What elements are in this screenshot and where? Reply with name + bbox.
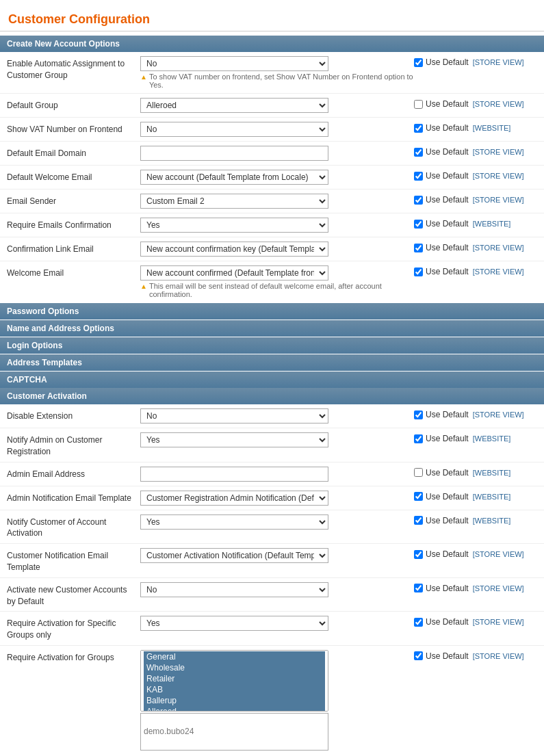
- checkbox-show-vat[interactable]: [414, 124, 423, 133]
- checkbox-notify-customer[interactable]: [414, 516, 423, 525]
- use-default-admin-email: Use Default [WEBSITE]: [414, 467, 537, 478]
- select-activate-default[interactable]: NoYes: [140, 582, 328, 597]
- checkbox-notify-admin[interactable]: [414, 434, 423, 443]
- checkbox-req-confirmation[interactable]: [414, 220, 423, 229]
- checkbox-disable-ext[interactable]: [414, 410, 423, 419]
- login-options-header[interactable]: Login Options: [0, 337, 544, 354]
- scope-welcome-confirmed[interactable]: [STORE VIEW]: [473, 268, 524, 276]
- form-row-confirm-link: Confirmation Link Email New account conf…: [0, 237, 544, 261]
- form-row-show-vat: Show VAT Number on Frontend NoYes Use De…: [0, 118, 544, 142]
- label-ud-customer-notif: Use Default: [426, 549, 469, 559]
- input-demo-bubo24[interactable]: [140, 713, 328, 751]
- select-req-specific-groups[interactable]: YesNo: [140, 616, 328, 631]
- form-row-auto-assign: Enable Automatic Assignment to Customer …: [0, 52, 544, 94]
- triangle-icon-2: ▲: [140, 283, 147, 290]
- customer-activation-header[interactable]: Customer Activation: [0, 388, 544, 404]
- checkbox-admin-email[interactable]: [414, 468, 423, 477]
- scope-notify-admin[interactable]: [WEBSITE]: [473, 434, 511, 443]
- select-welcome-confirmed[interactable]: New account confirmed (Default Template …: [140, 265, 328, 281]
- scope-welcome-email[interactable]: [STORE VIEW]: [473, 172, 524, 180]
- select-email-sender[interactable]: Custom Email 2: [140, 194, 328, 209]
- use-default-req-groups: Use Default [STORE VIEW]: [414, 650, 537, 661]
- checkbox-default-group[interactable]: [414, 100, 423, 109]
- label-use-default-5: Use Default: [426, 171, 469, 181]
- label-ud-req-groups: Use Default: [426, 651, 469, 661]
- checkbox-welcome-confirmed[interactable]: [414, 268, 423, 276]
- select-show-vat[interactable]: NoYes: [140, 122, 328, 137]
- input-admin-email[interactable]: webmaster@bubo24.dk: [140, 467, 328, 482]
- select-admin-notif-template[interactable]: Customer Registration Admin Notification…: [140, 491, 328, 506]
- create-account-section-header[interactable]: Create New Account Options: [0, 36, 544, 52]
- control-admin-notif-template: Customer Registration Admin Notification…: [140, 491, 414, 506]
- use-default-welcome-email: Use Default [STORE VIEW]: [414, 170, 537, 181]
- control-email-domain: bubo24.dk: [140, 146, 414, 161]
- select-notify-customer[interactable]: YesNo: [140, 514, 328, 530]
- use-default-customer-notif-template: Use Default [STORE VIEW]: [414, 548, 537, 559]
- form-row-customer-notif-template: Customer Notification Email Template Cus…: [0, 544, 544, 578]
- checkbox-email-sender[interactable]: [414, 196, 423, 205]
- checkbox-req-specific-groups[interactable]: [414, 618, 423, 627]
- form-row-req-specific-groups: Require Activation for Specific Groups o…: [0, 612, 544, 646]
- control-admin-email: webmaster@bubo24.dk: [140, 467, 414, 482]
- multiselect-req-groups[interactable]: General Wholesale Retailer KAB Ballerup …: [140, 650, 328, 712]
- form-row-activate-default: Activate new Customer Accounts by Defaul…: [0, 578, 544, 612]
- use-default-default-group: Use Default [STORE VIEW]: [414, 98, 537, 109]
- label-req-specific-groups: Require Activation for Specific Groups o…: [7, 616, 140, 641]
- checkbox-req-groups[interactable]: [414, 651, 423, 660]
- checkbox-auto-assign[interactable]: [414, 58, 423, 67]
- form-row-disable-ext: Disable Extension NoYes Use Default [STO…: [0, 404, 544, 428]
- label-email-sender: Email Sender: [7, 194, 140, 207]
- checkbox-welcome-email[interactable]: [414, 172, 423, 181]
- name-address-options-header[interactable]: Name and Address Options: [0, 320, 544, 337]
- form-row-req-confirmation: Require Emails Confirmation YesNo Use De…: [0, 213, 544, 237]
- label-email-domain: Default Email Domain: [7, 146, 140, 159]
- scope-req-groups[interactable]: [STORE VIEW]: [473, 652, 524, 660]
- use-default-confirm-link: Use Default [STORE VIEW]: [414, 242, 537, 252]
- input-email-domain[interactable]: bubo24.dk: [140, 146, 328, 161]
- scope-customer-notif-template[interactable]: [STORE VIEW]: [473, 550, 524, 558]
- scope-default-group[interactable]: [STORE VIEW]: [473, 100, 524, 108]
- label-ud-activate-default: Use Default: [426, 584, 469, 593]
- select-auto-assign[interactable]: NoYes: [140, 56, 328, 71]
- checkbox-customer-notif-template[interactable]: [414, 550, 423, 559]
- scope-activate-default[interactable]: [STORE VIEW]: [473, 584, 524, 592]
- checkbox-activate-default[interactable]: [414, 584, 423, 592]
- scope-email-sender[interactable]: [STORE VIEW]: [473, 196, 524, 204]
- use-default-req-specific-groups: Use Default [STORE VIEW]: [414, 616, 537, 627]
- select-confirm-link[interactable]: New account confirmation key (Default Te…: [140, 242, 328, 257]
- label-use-default-7: Use Default: [426, 219, 469, 229]
- label-welcome-confirmed: Welcome Email: [7, 265, 140, 279]
- control-activate-default: NoYes: [140, 582, 414, 597]
- select-disable-ext[interactable]: NoYes: [140, 408, 328, 423]
- triangle-icon: ▲: [140, 73, 147, 81]
- scope-notify-customer[interactable]: [WEBSITE]: [473, 517, 511, 525]
- select-req-confirmation[interactable]: YesNo: [140, 218, 328, 233]
- scope-req-specific-groups[interactable]: [STORE VIEW]: [473, 618, 524, 626]
- select-default-group[interactable]: GeneralWholesaleRetailerKABBallerupAller…: [140, 98, 328, 113]
- scope-show-vat[interactable]: [WEBSITE]: [473, 124, 511, 132]
- scope-email-domain[interactable]: [STORE VIEW]: [473, 148, 524, 156]
- form-row-admin-notif-template: Admin Notification Email Template Custom…: [0, 486, 544, 510]
- scope-confirm-link[interactable]: [STORE VIEW]: [473, 244, 524, 252]
- use-default-welcome-confirmed: Use Default [STORE VIEW]: [414, 265, 537, 276]
- select-welcome-email[interactable]: New account (Default Template from Local…: [140, 170, 328, 185]
- scope-admin-email[interactable]: [WEBSITE]: [473, 469, 511, 477]
- use-default-notify-admin: Use Default [WEBSITE]: [414, 432, 537, 443]
- address-templates-header[interactable]: Address Templates: [0, 354, 544, 371]
- scope-req-confirmation[interactable]: [WEBSITE]: [473, 220, 511, 228]
- label-welcome-email: Default Welcome Email: [7, 170, 140, 183]
- checkbox-email-domain[interactable]: [414, 148, 423, 157]
- password-options-header[interactable]: Password Options: [0, 302, 544, 320]
- control-welcome-email: New account (Default Template from Local…: [140, 170, 414, 185]
- use-default-activate-default: Use Default [STORE VIEW]: [414, 582, 537, 593]
- select-notify-admin[interactable]: YesNo: [140, 432, 328, 447]
- scope-auto-assign[interactable]: [STORE VIEW]: [473, 58, 524, 66]
- captcha-header[interactable]: CAPTCHA: [0, 371, 544, 388]
- scope-admin-notif-template[interactable]: [WEBSITE]: [473, 493, 511, 501]
- scope-disable-ext[interactable]: [STORE VIEW]: [473, 410, 524, 419]
- use-default-email-domain: Use Default [STORE VIEW]: [414, 146, 537, 157]
- select-customer-notif-template[interactable]: Customer Activation Notification (Defaul…: [140, 548, 328, 563]
- checkbox-admin-notif-template[interactable]: [414, 492, 423, 501]
- checkbox-confirm-link[interactable]: [414, 244, 423, 252]
- label-default-group: Default Group: [7, 98, 140, 112]
